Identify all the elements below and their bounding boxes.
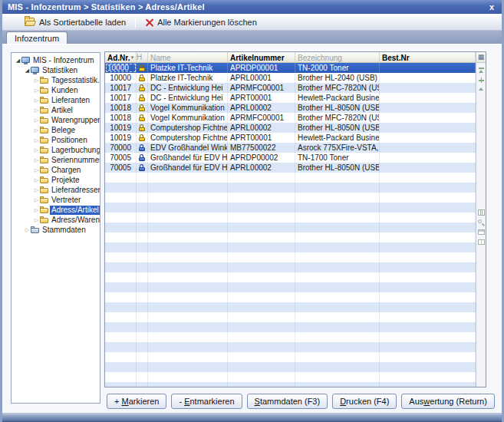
tab-infozentrum[interactable]: Infozentrum (6, 31, 68, 44)
tree-collapsed-icon[interactable]: ▷ (33, 176, 40, 183)
table-row[interactable]: 10019Computershop FichtneAPRL00002Brothe… (105, 123, 476, 133)
tree-collapsed-icon[interactable]: ▷ (33, 87, 40, 94)
export-icon[interactable] (478, 239, 485, 245)
table-row[interactable]: 10000Platzke IT-TechnikAPRDP00001TN-2000… (105, 63, 476, 73)
tree-item-label[interactable]: Adress/Warengruppen (50, 216, 100, 225)
table-row[interactable]: 70000EDV Großhandel WinklMB77500022Asroc… (105, 143, 476, 153)
tree-item-label[interactable]: Lagerbuchungen (50, 146, 100, 155)
table-corner-icon[interactable]: ▦ (476, 52, 486, 63)
tree-item-warengruppen[interactable]: ▷Warengruppen (12, 115, 100, 125)
columns-icon[interactable] (478, 209, 485, 216)
tree-item-label[interactable]: Belege (50, 126, 77, 135)
tree-item-label[interactable]: Lieferanten (50, 96, 91, 105)
column-header-h[interactable]: H (137, 52, 148, 62)
column-header-bestnr[interactable]: Best.Nr (380, 52, 476, 62)
tree-collapsed-icon[interactable]: ▷ (33, 117, 40, 124)
markieren-button[interactable]: + Markieren (107, 394, 166, 409)
tree-collapsed-icon[interactable]: ▷ (33, 77, 40, 84)
column-header-adnr[interactable]: Ad.Nr.▼ (105, 52, 137, 62)
tree-item-label[interactable]: Tagesstatistik. (50, 76, 100, 85)
tree-collapsed-icon[interactable]: ▷ (33, 107, 40, 114)
tree-item-projekte[interactable]: ▷Projekte (12, 175, 100, 185)
table-empty-row[interactable] (105, 292, 476, 302)
table-empty-row[interactable] (105, 213, 476, 223)
table-empty-row[interactable] (105, 352, 476, 362)
tree-item-label[interactable]: Artikel (50, 106, 74, 115)
tree-item-label[interactable]: Warengruppen (50, 116, 100, 125)
table-empty-row[interactable] (105, 302, 476, 312)
entmarkieren-button[interactable]: - Entmarkieren (171, 394, 242, 409)
tree-item-artikel[interactable]: ▷Artikel (12, 105, 100, 115)
scroll-up-icon[interactable] (478, 86, 485, 93)
table-empty-row[interactable] (105, 252, 476, 262)
tree-collapsed-icon[interactable]: ▷ (33, 166, 40, 173)
tree-collapsed-icon[interactable]: ▷ (33, 157, 40, 163)
tree-item-label[interactable]: Vertreter (50, 196, 82, 205)
toolbar-item-alle-markierungen-loeschen[interactable]: Alle Markierungen löschen (139, 15, 263, 30)
table-row[interactable]: 10017DC - Entwicklung HeiAPRMFC00001Brot… (105, 83, 476, 93)
close-icon[interactable]: x (487, 3, 496, 12)
tree-collapsed-icon[interactable]: ▷ (24, 226, 31, 233)
column-header-name[interactable]: Name (148, 52, 228, 62)
tree-item-label[interactable]: Projekte (50, 176, 81, 185)
tree-expanded-icon[interactable]: ◢ (15, 57, 21, 64)
table-empty-row[interactable] (105, 342, 476, 352)
table-empty-row[interactable] (105, 322, 476, 332)
table-empty-row[interactable] (105, 262, 476, 272)
tree-item-label[interactable]: Kunden (50, 86, 79, 95)
table-row[interactable]: 10000Platzke IT-TechnikAPRL00001Brother … (105, 73, 476, 83)
table-row[interactable]: 70005Großhandel für EDV HAPRDP00002TN-17… (105, 153, 476, 163)
tree-item-belege[interactable]: ▷Belege (12, 125, 100, 135)
tree-item-adress-artikel[interactable]: ▷Adress/Artikel (12, 205, 100, 215)
tree-item-label[interactable]: Stammdaten (41, 226, 87, 235)
tree-item-vertreter[interactable]: ▷Vertreter (12, 195, 100, 205)
table-row[interactable]: 10018Vogel KommunikationAPRL00002Brother… (105, 103, 476, 113)
column-header-bezeichnung[interactable]: Bezeichnung (295, 52, 380, 62)
table-empty-row[interactable] (105, 282, 476, 292)
tree-item-lieferadressen[interactable]: ▷Lieferadressen (12, 185, 100, 195)
tree-collapsed-icon[interactable]: ▷ (33, 206, 40, 213)
auswertung-button[interactable]: Auswertung (Return) (401, 394, 495, 409)
tree-item-stammdaten[interactable]: ▷Stammdaten (12, 225, 100, 235)
table-empty-row[interactable] (105, 312, 476, 322)
tree-item-label[interactable]: Positionen (50, 136, 89, 145)
table-empty-row[interactable] (105, 232, 476, 242)
table-empty-row[interactable] (105, 272, 476, 282)
tree-collapsed-icon[interactable]: ▷ (33, 216, 40, 223)
column-header-artikelnummer[interactable]: Artikelnummer (228, 52, 295, 62)
tree-item-positionen[interactable]: ▷Positionen (12, 135, 100, 145)
tree-expanded-icon[interactable]: ◢ (24, 67, 31, 74)
tree-item-kunden[interactable]: ▷Kunden (12, 85, 100, 95)
drucken-button[interactable]: Drucken (F4) (332, 394, 397, 409)
table-empty-row[interactable] (105, 223, 476, 232)
tree-item-statistiken[interactable]: ◢Statistiken (12, 65, 100, 75)
table-row[interactable]: 10018Vogel KommunikationAPRMFC00001Broth… (105, 113, 476, 123)
table-empty-row[interactable] (105, 372, 476, 382)
table-row[interactable]: 10019Computershop FichtneAPRT00001Hewlet… (105, 133, 476, 143)
table-view-icon[interactable] (478, 229, 485, 235)
tree-item-adress-warengruppen[interactable]: ▷Adress/Warengruppen (12, 215, 100, 225)
table-empty-row[interactable] (105, 193, 476, 203)
tree-item-label[interactable]: Seriennummern (50, 156, 100, 165)
tree-item-lagerbuchungen[interactable]: ▷Lagerbuchungen (12, 145, 100, 155)
tree-item-lieferanten[interactable]: ▷Lieferanten (12, 95, 100, 105)
toolbar-item-als-sortiertabelle-laden[interactable]: Als Sortiertabelle laden (18, 15, 132, 30)
tree-item-mis-infozentrum[interactable]: ◢MIS - Infozentrum (12, 55, 100, 65)
tree-collapsed-icon[interactable]: ▷ (33, 97, 40, 104)
table-empty-row[interactable] (105, 362, 476, 372)
table-empty-row[interactable] (105, 242, 476, 252)
table-empty-row[interactable] (105, 183, 476, 193)
table-empty-row[interactable] (105, 203, 476, 213)
tree-collapsed-icon[interactable]: ▷ (33, 186, 40, 193)
scroll-top-icon[interactable] (478, 68, 485, 74)
tree-collapsed-icon[interactable]: ▷ (33, 137, 40, 143)
tree-collapsed-icon[interactable]: ▷ (33, 147, 40, 153)
search-icon[interactable] (478, 219, 485, 226)
stammdaten-button[interactable]: Stammdaten (F3) (247, 394, 328, 409)
tree-item-label[interactable]: Statistiken (41, 66, 79, 75)
tree-item-tagesstatistik[interactable]: ▷Tagesstatistik. (12, 75, 100, 85)
table-row[interactable]: 10017DC - Entwicklung HeiAPRT00001Hewlet… (105, 93, 476, 103)
tree-item-label[interactable]: Lieferadressen (50, 186, 100, 195)
insert-row-icon[interactable] (478, 77, 485, 84)
table-empty-row[interactable] (105, 173, 476, 183)
